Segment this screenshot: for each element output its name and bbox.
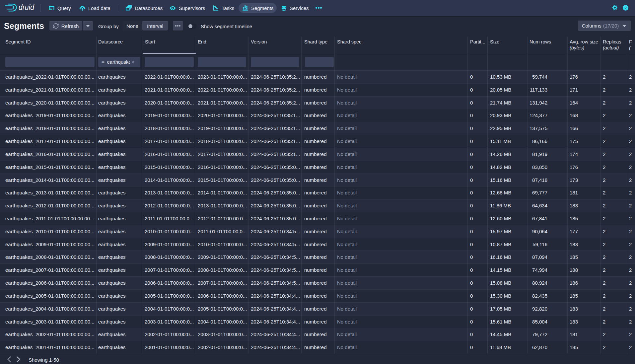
- svg-text:?: ?: [624, 6, 627, 10]
- svg-text:druid: druid: [19, 3, 35, 12]
